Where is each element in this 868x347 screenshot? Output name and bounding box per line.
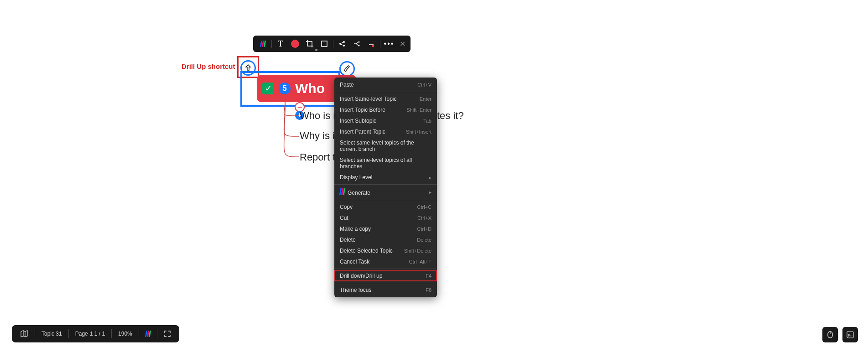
menu-delete[interactable]: Delete Delete: [334, 234, 437, 245]
menu-display-level[interactable]: Display Level ▸: [334, 172, 437, 183]
menu-insert-same-level[interactable]: Insert Same-level Topic Enter: [334, 93, 437, 104]
close-icon[interactable]: ✕: [397, 37, 408, 50]
brush-icon: [343, 65, 351, 73]
svg-text:Fn: Fn: [848, 333, 852, 337]
svg-point-2: [343, 41, 345, 43]
status-topic[interactable]: Topic 31: [35, 326, 68, 342]
fullscreen-icon[interactable]: [157, 326, 177, 342]
menu-paste[interactable]: Paste Ctrl+V: [334, 79, 437, 90]
svg-point-5: [359, 45, 360, 47]
marker-icon[interactable]: [364, 37, 378, 50]
subtopic-1[interactable]: Who is r: [300, 110, 337, 122]
subtopic-3[interactable]: Report t: [300, 151, 335, 163]
status-zoom[interactable]: 190%: [112, 326, 139, 342]
menu-drill-down-up[interactable]: Drill down/Drill up F4: [334, 270, 437, 281]
menu-make-copy[interactable]: Make a copy Ctrl+D: [334, 223, 437, 234]
svg-point-3: [343, 45, 345, 47]
menu-select-same-branch[interactable]: Select same-level topics of the current …: [334, 137, 437, 155]
svg-point-6: [372, 45, 374, 47]
menu-insert-subtopic[interactable]: Insert Subtopic Tab: [334, 115, 437, 126]
mouse-icon[interactable]: [822, 327, 838, 342]
text-tool[interactable]: T: [274, 37, 287, 50]
menu-insert-parent[interactable]: Insert Parent Topic Shift+Insert: [334, 126, 437, 137]
menu-cut[interactable]: Cut Ctrl+X: [334, 212, 437, 223]
check-icon: ✓: [262, 83, 274, 94]
priority-badge: 5: [279, 83, 291, 94]
menu-insert-before[interactable]: Insert Topic Before Shift+Enter: [334, 104, 437, 115]
menu-delete-selected[interactable]: Delete Selected Topic Shift+Delete: [334, 245, 437, 256]
status-page[interactable]: Page-1 1 / 1: [69, 326, 111, 342]
context-menu: Paste Ctrl+V Insert Same-level Topic Ent…: [334, 78, 437, 297]
rectangle-icon[interactable]: [317, 37, 331, 50]
subtopic-suffix: tes it?: [437, 110, 464, 122]
floating-toolbar: T ••• ✕: [253, 36, 411, 52]
menu-copy[interactable]: Copy Ctrl+C: [334, 202, 437, 212]
chevron-right-icon: ▸: [429, 190, 431, 195]
brush-button[interactable]: [339, 61, 355, 77]
topic-title: Who: [295, 81, 325, 96]
fn-icon[interactable]: Fn: [842, 327, 858, 342]
menu-cancel-task[interactable]: Cancel Task Ctrl+Alt+T: [334, 256, 437, 267]
record-icon[interactable]: [288, 37, 302, 50]
more-icon[interactable]: •••: [382, 37, 396, 50]
logo-icon[interactable]: [139, 326, 157, 342]
status-bar: Topic 31 Page-1 1 / 1 190%: [12, 325, 179, 342]
menu-theme-focus[interactable]: Theme focus F8: [334, 285, 437, 295]
subtopic-2[interactable]: Why is it: [300, 130, 338, 142]
crop-icon[interactable]: [303, 37, 317, 50]
share-icon[interactable]: [335, 37, 349, 50]
chevron-right-icon: ▸: [429, 175, 431, 180]
menu-generate[interactable]: Generate ▸: [334, 186, 437, 198]
annotation-label: Drill Up shortcut: [182, 62, 235, 70]
canvas[interactable]: T ••• ✕ Drill Up shortcut: [0, 0, 868, 347]
svg-rect-0: [322, 41, 327, 47]
svg-point-4: [359, 41, 360, 43]
menu-select-same-all[interactable]: Select same-level topics of all branches: [334, 155, 437, 172]
map-icon[interactable]: [14, 326, 35, 342]
branch-icon[interactable]: [350, 37, 364, 50]
logo-icon[interactable]: [256, 37, 270, 50]
logo-icon: [340, 188, 345, 195]
